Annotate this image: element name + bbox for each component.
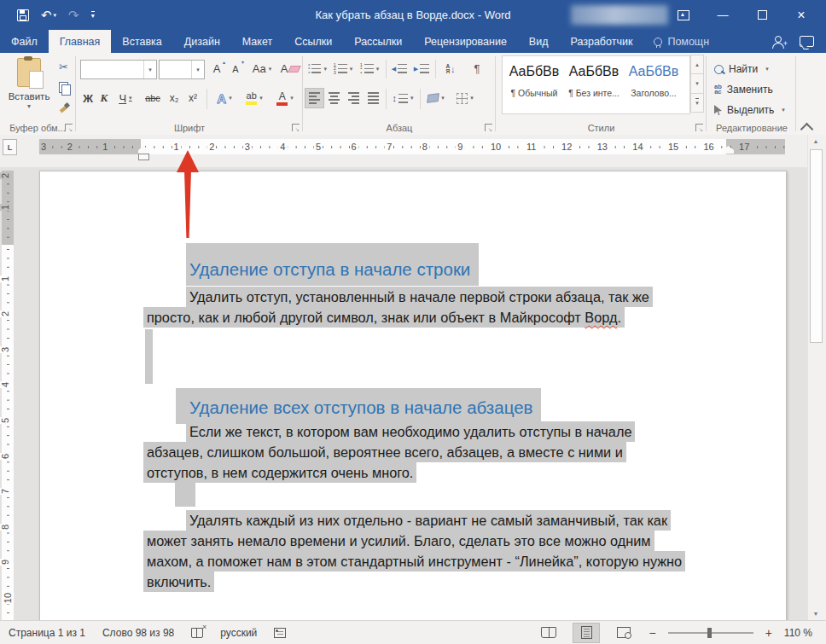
strikethrough-button[interactable]: abc xyxy=(142,89,164,107)
styles-scroll-up-button[interactable]: ▴ xyxy=(690,55,704,74)
underline-button[interactable]: Ч xyxy=(113,89,138,107)
paragraph-line[interactable]: махом, а поможет нам в этом стандартный … xyxy=(143,551,685,571)
italic-button[interactable]: К xyxy=(97,89,111,107)
bullets-button[interactable]: • • • xyxy=(305,60,329,78)
show-paragraph-marks-button[interactable]: ¶ xyxy=(468,60,486,78)
increase-indent-button[interactable]: ▶ xyxy=(411,60,432,78)
left-indent-marker[interactable] xyxy=(138,154,149,160)
tab-view[interactable]: Вид xyxy=(518,30,560,53)
shading-button[interactable] xyxy=(423,89,449,107)
borders-button[interactable] xyxy=(452,89,478,107)
paragraph-line[interactable]: просто, как и любой другой символ, знак … xyxy=(143,307,625,328)
subscript-button[interactable]: x₂ xyxy=(166,89,183,107)
paragraph-line[interactable]: Удалять каждый из них отдельно - вариант… xyxy=(186,510,671,531)
copy-button[interactable] xyxy=(55,78,73,96)
page-indicator[interactable]: Страница 1 из 1 xyxy=(9,627,85,639)
grow-font-button[interactable]: А▴ xyxy=(208,60,225,78)
styles-more-button[interactable]: ▾ xyxy=(690,93,704,113)
format-painter-button[interactable] xyxy=(55,99,73,116)
cut-button[interactable]: ✂ xyxy=(55,58,73,75)
zoom-out-button[interactable]: − xyxy=(649,626,655,640)
font-dialog-launcher[interactable] xyxy=(292,124,300,131)
clipboard-dialog-launcher[interactable] xyxy=(65,124,73,131)
tell-me-assistant[interactable]: Помощн xyxy=(643,30,719,53)
customize-quick-access-button[interactable]: ▾ xyxy=(91,11,95,20)
tab-insert[interactable]: Вставка xyxy=(111,30,172,53)
sort-button[interactable]: А Я↓ xyxy=(439,60,462,78)
heading2[interactable]: Удаление всех отступов в начале абзацев xyxy=(176,388,541,424)
style-heading1[interactable]: АаБбВв Заголово... xyxy=(625,61,682,108)
read-mode-button[interactable] xyxy=(536,624,561,642)
styles-scroll-down-button[interactable]: ▾ xyxy=(690,73,704,93)
change-case-button[interactable]: Аа xyxy=(249,60,275,78)
scroll-down-button[interactable]: ▼ xyxy=(810,608,822,619)
align-center-button[interactable] xyxy=(325,89,343,107)
undo-dropdown-icon[interactable]: ▾ xyxy=(54,12,57,18)
undo-button[interactable]: ↶▾ xyxy=(41,9,56,21)
paste-dropdown-icon[interactable]: ▾ xyxy=(27,102,31,110)
tab-layout[interactable]: Макет xyxy=(231,30,283,53)
styles-dialog-launcher[interactable] xyxy=(695,124,703,131)
scrollbar-thumb[interactable] xyxy=(810,149,823,343)
tab-review[interactable]: Рецензирование xyxy=(413,30,518,53)
ribbon-display-options-button[interactable] xyxy=(664,0,703,30)
font-color-button[interactable]: А xyxy=(271,89,299,107)
zoom-slider[interactable] xyxy=(668,632,753,634)
select-button[interactable]: Выделить xyxy=(714,101,785,119)
save-button[interactable] xyxy=(17,9,29,21)
tab-stop-selector[interactable]: L xyxy=(3,139,17,155)
redo-button[interactable]: ↷ xyxy=(68,9,79,21)
word-count[interactable]: Слово 98 из 98 xyxy=(102,627,174,639)
paste-button[interactable]: Вставить ▾ xyxy=(5,56,53,121)
replace-button[interactable]: ab acЗаменить xyxy=(714,80,773,99)
zoom-level[interactable]: 110 % xyxy=(784,627,812,639)
minimize-button[interactable]: — xyxy=(703,0,742,30)
close-button[interactable]: × xyxy=(782,0,821,30)
multilevel-list-button[interactable]: 1 • • xyxy=(357,60,382,78)
collapse-ribbon-button[interactable] xyxy=(800,123,814,136)
text-highlight-button[interactable]: ab xyxy=(241,89,268,107)
font-size-combobox[interactable]: ▾ xyxy=(159,60,205,79)
tab-file[interactable]: Файл xyxy=(0,30,49,53)
tab-references[interactable]: Ссылки xyxy=(283,30,343,53)
align-right-button[interactable] xyxy=(345,89,363,107)
share-button[interactable]: + xyxy=(772,30,791,53)
paragraph-line[interactable]: абзацев, слишком большой, вероятнее всег… xyxy=(143,442,626,462)
numbering-button[interactable]: 1 2 3 xyxy=(331,60,355,78)
scroll-up-button[interactable]: ▲ xyxy=(810,136,822,147)
paragraph-line[interactable]: включить. xyxy=(143,571,214,592)
web-layout-button[interactable] xyxy=(611,624,637,642)
paragraph-line[interactable]: Удалить отступ, установленный в начале п… xyxy=(186,287,653,307)
bold-button[interactable]: Ж xyxy=(80,89,96,107)
maximize-button[interactable] xyxy=(742,0,782,30)
zoom-in-button[interactable]: + xyxy=(765,626,772,640)
vertical-scrollbar[interactable]: ▲ ▼ xyxy=(807,135,823,620)
paragraph-dialog-launcher[interactable] xyxy=(485,124,492,131)
tab-developer[interactable]: Разработчик xyxy=(559,30,643,53)
paragraph-line[interactable]: может занять немало времени и усилий. Бл… xyxy=(143,531,654,551)
tab-home[interactable]: Главная xyxy=(49,30,112,53)
superscript-button[interactable]: x² xyxy=(184,89,201,107)
style-no-spacing[interactable]: АаБбВв ¶ Без инте... xyxy=(566,61,622,108)
paragraph-line[interactable]: Если же текст, в котором вам необходимо … xyxy=(186,421,635,442)
decrease-indent-button[interactable]: ◀ xyxy=(389,60,410,78)
comments-button[interactable] xyxy=(791,30,826,53)
text-effects-button[interactable]: А xyxy=(212,89,237,107)
heading1[interactable]: Удаление отступа в начале строки xyxy=(186,243,479,286)
language-indicator[interactable]: русский xyxy=(220,627,257,639)
tab-mailings[interactable]: Рассылки xyxy=(343,30,413,53)
style-normal[interactable]: АаБбВв ¶ Обычный xyxy=(506,61,562,108)
line-spacing-button[interactable]: ↕ xyxy=(389,89,416,107)
justify-button[interactable] xyxy=(364,89,382,107)
align-left-button[interactable] xyxy=(305,89,323,107)
print-layout-button[interactable] xyxy=(573,624,599,642)
find-button[interactable]: Найти xyxy=(714,60,769,78)
shrink-font-button[interactable]: А▾ xyxy=(227,60,244,78)
font-name-dropdown-icon[interactable]: ▾ xyxy=(143,61,156,78)
proofing-errors-icon[interactable] xyxy=(191,628,203,638)
paragraph-line[interactable]: отступов, в нем содержится очень много. xyxy=(143,462,416,483)
zoom-slider-thumb[interactable] xyxy=(707,628,712,638)
tab-design[interactable]: Дизайн xyxy=(173,30,231,53)
clear-formatting-button[interactable]: А xyxy=(280,60,300,78)
font-size-dropdown-icon[interactable]: ▾ xyxy=(191,61,204,78)
